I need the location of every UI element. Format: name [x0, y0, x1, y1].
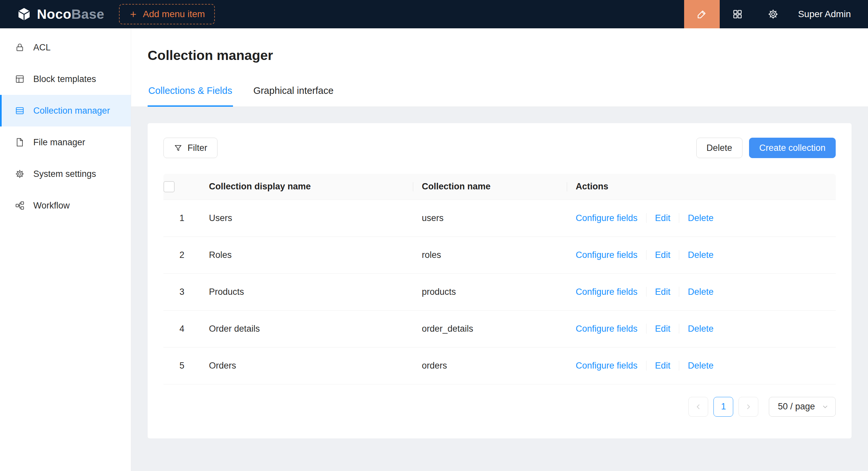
delete-button[interactable]: Delete — [696, 138, 742, 158]
sidebar-item-label: File manager — [33, 137, 85, 147]
delete-link[interactable]: Delete — [688, 324, 713, 334]
row-actions-cell: Configure fieldsEditDelete — [567, 200, 836, 236]
action-divider — [679, 324, 679, 334]
delete-link[interactable]: Delete — [688, 213, 713, 223]
column-header-display-name: Collection display name — [200, 174, 413, 200]
app-header: NocoBase Add menu item Super Admin — [0, 0, 868, 28]
row-display-name: Order details — [200, 310, 413, 347]
create-collection-label: Create collection — [759, 143, 826, 153]
row-actions-cell: Configure fieldsEditDelete — [567, 273, 836, 310]
page-number-button[interactable]: 1 — [713, 397, 733, 417]
column-header-label: Collection display name — [209, 181, 311, 191]
row-display-name: Users — [200, 200, 413, 236]
header-actions: Super Admin — [684, 0, 868, 28]
tab-graphical-interface[interactable]: Graphical interface — [253, 80, 334, 106]
action-divider — [679, 287, 679, 297]
ui-editor-button[interactable] — [684, 0, 720, 28]
collection-icon — [15, 106, 25, 115]
edit-link[interactable]: Edit — [655, 250, 671, 260]
table-row: 4Order detailsorder_detailsConfigure fie… — [163, 310, 836, 347]
current-user[interactable]: Super Admin — [791, 9, 868, 20]
logo-text-bold: Noco — [37, 7, 71, 22]
tab-collections-fields[interactable]: Collections & Fields — [148, 80, 233, 107]
tab-bar: Collections & Fields Graphical interface — [131, 80, 868, 107]
prev-page-button[interactable] — [688, 397, 708, 417]
sidebar-item-label: ACL — [33, 42, 51, 53]
table-row: 3ProductsproductsConfigure fieldsEditDel… — [163, 273, 836, 310]
chevron-down-icon — [822, 403, 829, 410]
row-display-name: Roles — [200, 236, 413, 273]
sidebar-item-file-manager[interactable]: File manager — [0, 127, 131, 158]
table-row: 2RolesrolesConfigure fieldsEditDelete — [163, 236, 836, 273]
filter-button[interactable]: Filter — [163, 138, 217, 158]
action-divider — [646, 250, 647, 260]
sidebar: ACLBlock templatesCollection managerFile… — [0, 28, 131, 471]
column-header-label: Collection name — [422, 181, 491, 191]
file-icon — [15, 137, 25, 147]
action-divider — [646, 287, 647, 297]
plus-icon — [129, 10, 138, 19]
sidebar-item-workflow[interactable]: Workflow — [0, 190, 131, 221]
select-all-cell — [163, 174, 200, 200]
sidebar-item-label: Collection manager — [33, 106, 110, 116]
page-title: Collection manager — [148, 47, 868, 64]
create-collection-button[interactable]: Create collection — [749, 138, 836, 158]
grid-icon — [732, 8, 743, 20]
configure-fields-link[interactable]: Configure fields — [576, 250, 638, 260]
sidebar-item-label: System settings — [33, 169, 96, 179]
column-header-collection-name: Collection name — [413, 174, 567, 200]
row-collection-name: products — [413, 273, 567, 310]
configure-fields-link[interactable]: Configure fields — [576, 213, 638, 223]
edit-link[interactable]: Edit — [655, 287, 671, 297]
row-index: 2 — [163, 236, 200, 273]
logo-text-light: Base — [71, 7, 104, 22]
configure-fields-link[interactable]: Configure fields — [576, 324, 638, 334]
content-area: Filter Delete Create collection Collecti… — [131, 107, 868, 471]
gear-icon — [768, 8, 779, 20]
delete-link[interactable]: Delete — [688, 250, 713, 260]
edit-link[interactable]: Edit — [655, 324, 671, 334]
row-index: 1 — [163, 200, 200, 236]
plugins-button[interactable] — [720, 0, 755, 28]
row-actions-cell: Configure fieldsEditDelete — [567, 310, 836, 347]
system-settings-button[interactable] — [755, 0, 791, 28]
table-row: 5OrdersordersConfigure fieldsEditDelete — [163, 347, 836, 384]
sidebar-item-block-templates[interactable]: Block templates — [0, 63, 131, 95]
sidebar-menu: ACLBlock templatesCollection managerFile… — [0, 32, 131, 221]
action-divider — [679, 250, 679, 260]
row-actions-cell: Configure fieldsEditDelete — [567, 347, 836, 384]
table-body: 1UsersusersConfigure fieldsEditDelete2Ro… — [163, 200, 836, 384]
pagination: 1 50 / page — [163, 397, 836, 417]
select-all-checkbox[interactable] — [163, 181, 175, 192]
page-size-select[interactable]: 50 / page — [769, 397, 836, 417]
action-divider — [646, 361, 647, 371]
delete-button-label: Delete — [707, 143, 732, 153]
add-menu-item-button[interactable]: Add menu item — [119, 4, 215, 24]
edit-link[interactable]: Edit — [655, 213, 671, 223]
row-collection-name: orders — [413, 347, 567, 384]
configure-fields-link[interactable]: Configure fields — [576, 287, 638, 297]
row-collection-name: users — [413, 200, 567, 236]
edit-link[interactable]: Edit — [655, 361, 671, 371]
sidebar-item-collection-manager[interactable]: Collection manager — [0, 95, 131, 127]
row-index: 5 — [163, 347, 200, 384]
column-header-actions: Actions — [567, 174, 836, 200]
add-menu-item-label: Add menu item — [143, 9, 205, 20]
workflow-icon — [15, 201, 25, 210]
action-divider — [646, 324, 647, 334]
sidebar-item-system-settings[interactable]: System settings — [0, 158, 131, 190]
settings-icon — [15, 169, 25, 179]
row-index: 4 — [163, 310, 200, 347]
action-divider — [679, 213, 679, 223]
delete-link[interactable]: Delete — [688, 287, 713, 297]
delete-link[interactable]: Delete — [688, 361, 713, 371]
filter-icon — [174, 144, 183, 153]
collections-card: Filter Delete Create collection Collecti… — [148, 123, 851, 438]
sidebar-item-acl[interactable]: ACL — [0, 32, 131, 63]
app-logo[interactable]: NocoBase — [0, 7, 119, 22]
next-page-button[interactable] — [739, 397, 758, 417]
highlighter-icon — [696, 8, 708, 21]
action-divider — [646, 213, 647, 223]
configure-fields-link[interactable]: Configure fields — [576, 361, 638, 371]
card-toolbar: Filter Delete Create collection — [163, 138, 836, 158]
